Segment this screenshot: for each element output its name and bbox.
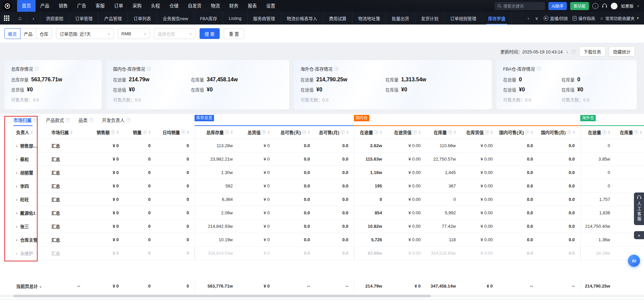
owner-cell[interactable]: 张三 [13, 219, 49, 233]
col-header-在库量[interactable]: 在库量? [426, 126, 461, 139]
collapse-button[interactable]: » [634, 231, 644, 239]
owner-cell[interactable]: 未维护 [13, 246, 49, 260]
expand-caret-icon[interactable] [16, 225, 18, 228]
col-header-在途货值[interactable]: 在途货值? [387, 126, 426, 139]
col-header-销量[interactable]: 销量? [124, 126, 156, 139]
sort-icon[interactable] [531, 131, 533, 134]
owner-cell[interactable]: 蔡松 [13, 152, 49, 166]
currency-select[interactable]: RMB ∨ [118, 28, 150, 39]
workspace-tab-订单列表[interactable]: 订单列表 [128, 12, 157, 25]
reset-button[interactable]: 重 置 [224, 28, 245, 39]
expand-caret-icon[interactable] [16, 252, 18, 255]
customer-service-button[interactable]: 人工客服 [634, 192, 644, 225]
download-arrow-icon[interactable]: ↓ [566, 49, 568, 54]
workspace-tab-费用试算[interactable]: 费用试算 [323, 12, 353, 25]
user-avatar[interactable] [611, 3, 618, 9]
version-label[interactable]: 如意版 [621, 3, 634, 9]
nav-item-财务[interactable]: 财务 [225, 0, 243, 12]
sort-icon[interactable] [608, 131, 610, 134]
col-header-在途量[interactable]: 在途量? [580, 126, 615, 139]
sort-icon[interactable] [70, 131, 72, 134]
workspace-tab-货损索赔[interactable]: 货损索赔 [40, 12, 69, 25]
workspace-tab-发货计划[interactable]: 发货计划 [415, 12, 444, 25]
horizontal-scrollbar[interactable] [0, 295, 644, 297]
apps-grid-icon[interactable] [0, 12, 13, 25]
sort-icon[interactable] [31, 131, 33, 134]
sort-icon[interactable] [640, 131, 642, 134]
workspace-tab-批量出货[interactable]: 批量出货 [386, 12, 415, 25]
sort-icon[interactable] [117, 131, 119, 134]
ai-fab-button[interactable]: AI [628, 255, 640, 267]
favorites-button[interactable]: ☆ 常用功能收藏夹 ▼ [600, 15, 639, 22]
workspace-tab-FBA库存[interactable]: FBA库存 [194, 12, 223, 25]
col-header-市场归属[interactable]: 市场归属 [49, 126, 86, 139]
nav-item-仓储[interactable]: 仓储 [165, 0, 183, 12]
nav-item-订单[interactable]: 订单 [109, 0, 128, 12]
chevron-down-icon[interactable]: ∨ [637, 4, 639, 8]
col-header-总货值[interactable]: 总货值? [238, 126, 275, 139]
col-header-在途量[interactable]: 在途量? [354, 126, 387, 139]
sort-icon[interactable] [346, 131, 348, 134]
expand-caret-icon[interactable] [16, 239, 18, 242]
download-icon[interactable]: ↓ [592, 3, 598, 9]
nav-item-广告[interactable]: 广告 [72, 0, 91, 12]
nav-item-采购[interactable]: 采购 [128, 0, 146, 12]
col-header-销售额[interactable]: 销售额? [86, 126, 124, 139]
dimension-tab-市场归属[interactable]: 市场归属? [13, 114, 37, 126]
col-header-总库存量[interactable]: 总库存量? [195, 126, 238, 139]
sort-icon[interactable] [454, 131, 456, 134]
warehouse-select[interactable]: 选择仓库 ∨ [154, 28, 196, 39]
sort-icon[interactable] [187, 131, 189, 134]
nav-item-客服[interactable]: 客服 [91, 0, 109, 12]
owner-cell[interactable]: 旺旺 [13, 192, 49, 206]
back-chevron-icon[interactable]: ‹ [27, 12, 40, 25]
headset-icon[interactable] [602, 3, 607, 8]
col-header-总可售(月)[interactable]: 总可售(月)? [315, 126, 354, 139]
workspace-tab-服务商管理[interactable]: 服务商管理 [248, 12, 281, 25]
workspace-tab-业务报告new[interactable]: 业务报告new [157, 12, 194, 25]
global-search-input[interactable]: 搜索关键词 [495, 2, 545, 10]
footer-total-label[interactable]: 当前页总计∨ [13, 280, 49, 293]
workspace-tab-物流地址簿[interactable]: 物流地址簿 [353, 12, 386, 25]
view-seg-概览[interactable]: 概览 [4, 28, 20, 39]
expand-caret-icon[interactable] [16, 199, 18, 201]
sort-icon[interactable] [380, 131, 382, 134]
ai-assistant-button[interactable]: AI助手 [548, 2, 567, 10]
owner-cell[interactable]: 销售部... [13, 139, 49, 152]
col-header-日均销量[interactable]: 日均销量? [156, 126, 195, 139]
col-header-负责人[interactable]: 负责人 [13, 126, 49, 139]
sort-icon[interactable] [419, 131, 421, 134]
expand-caret-icon[interactable] [16, 185, 18, 188]
col-header-国内可售(天)[interactable]: 国内可售(天)? [498, 126, 538, 139]
col-header-在库货值[interactable]: 在库货值? [461, 126, 498, 139]
help-icon[interactable]: ? [572, 49, 576, 54]
expand-caret-icon[interactable] [16, 212, 18, 215]
sort-icon[interactable] [268, 131, 270, 134]
scrollbar-thumb[interactable] [13, 295, 431, 297]
order-range-select[interactable]: 订单范围: 近7天 ∨ [56, 28, 114, 39]
new-features-button[interactable]: 新功能 [570, 2, 589, 10]
hide-stats-button[interactable]: 隐藏统计 [609, 46, 635, 56]
dimension-tab-品类[interactable]: 品类? [78, 114, 93, 126]
download-task-button[interactable]: 下载任务 [579, 46, 605, 56]
nav-item-产品[interactable]: 产品 [36, 0, 54, 12]
tabs-scroll-right-icon[interactable]: › [527, 16, 530, 21]
expand-caret-icon[interactable] [16, 172, 18, 174]
nav-item-自发货[interactable]: 自发货 [183, 0, 206, 12]
col-header-总可售(天)[interactable]: 总可售(天)? [275, 126, 315, 139]
sort-icon[interactable] [573, 131, 575, 134]
live-replay-button[interactable]: ▶ 直播/回放 [544, 15, 568, 22]
sort-icon[interactable] [308, 131, 310, 134]
owner-cell[interactable]: 胡丽慧 [13, 166, 49, 179]
expand-caret-icon[interactable] [16, 145, 18, 147]
owner-cell[interactable]: 仓库主管 [13, 233, 49, 246]
guide-button[interactable]: 操作指南 [573, 15, 595, 22]
dimension-tab-产品款式[interactable]: 产品款式? [46, 114, 70, 126]
home-icon[interactable]: ⌂ [13, 12, 27, 25]
sort-icon[interactable] [149, 131, 151, 134]
nav-item-首页[interactable]: 首页 [17, 0, 36, 12]
nav-item-物流[interactable]: 物流 [206, 0, 225, 12]
workspace-tab-Listing[interactable]: Listing [223, 12, 248, 25]
workspace-tab-订单管理[interactable]: 订单管理 [69, 12, 99, 25]
nav-item-报表[interactable]: 报表 [243, 0, 262, 12]
